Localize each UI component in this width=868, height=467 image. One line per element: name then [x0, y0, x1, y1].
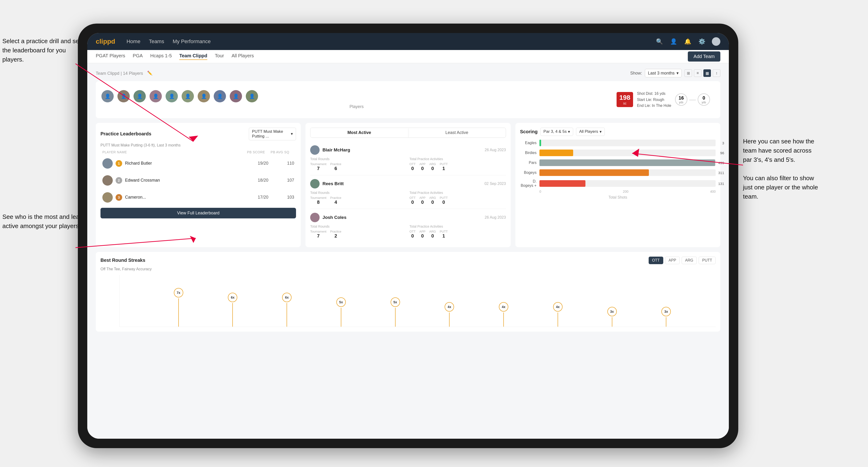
lb-avatar-2: [102, 175, 113, 186]
tablet-screen: clippd Home Teams My Performance 🔍 👤 🔔 ⚙…: [87, 33, 729, 439]
leaderboard-row[interactable]: 1 Richard Butler 19/20 110: [100, 156, 296, 171]
leaderboard-row[interactable]: 3 Cameron... 17/20 103: [100, 190, 296, 205]
streak-point: 4x: [499, 302, 508, 326]
player-card-date-3: 26 Aug 2023: [485, 215, 506, 220]
player-card-1: Blair McHarg 26 Aug 2023 Total Rounds To…: [310, 142, 506, 175]
shot-info: Shot Dist: 16 yds Start Lie: Rough End L…: [637, 91, 671, 109]
tab-pgat[interactable]: PGAT Players: [96, 53, 125, 60]
player-card-avatar-1: [310, 145, 319, 155]
chevron-down-icon: ▾: [599, 129, 602, 134]
chevron-down-icon: ▾: [568, 129, 570, 134]
annotation-top-right: Here you can see how the team have score…: [743, 137, 818, 201]
total-practice-section: Total Practice Activities OTT 0 APP 0: [409, 157, 506, 171]
annotation-top-left: Select a practice drill and see the lead…: [2, 36, 87, 64]
lb-avatar-1: [102, 158, 113, 168]
avatar-5[interactable]: 👤: [165, 90, 178, 102]
player-stats-grid-3: Total Rounds Tournament 7 Practice 2: [310, 224, 506, 239]
top-nav: clippd Home Teams My Performance 🔍 👤 🔔 ⚙…: [87, 33, 729, 50]
lb-rank-3: 3: [116, 194, 122, 201]
lb-score-1: 19/20: [253, 161, 272, 166]
avatar-9[interactable]: 👤: [230, 90, 242, 102]
show-dropdown[interactable]: Last 3 months ▾: [645, 69, 682, 77]
lb-avg-1: 110: [275, 161, 294, 166]
nav-icons: 🔍 👤 🔔 ⚙️: [655, 37, 720, 46]
shot-score-box: 198 sc: [617, 92, 633, 107]
avatar-2[interactable]: 👤: [118, 90, 130, 102]
person-icon[interactable]: 👤: [670, 37, 678, 46]
avatar-icon[interactable]: [712, 37, 720, 46]
card-view-icon[interactable]: ▦: [703, 69, 711, 77]
nav-items: Home Teams My Performance: [126, 38, 655, 44]
annotation-bottom-left: See who is the most and least active amo…: [2, 212, 84, 231]
shot-divider: —: [689, 96, 696, 103]
team-title: Team Clippd | 14 Players: [96, 70, 143, 76]
app-button[interactable]: APP: [665, 257, 680, 264]
nav-my-performance[interactable]: My Performance: [173, 38, 211, 44]
player-card-avatar-3: [310, 213, 319, 222]
team-header: Team Clippd | 14 Players ✏️ Show: Last 3…: [96, 69, 720, 77]
avatar-6[interactable]: 👤: [182, 90, 194, 102]
leaderboard-row[interactable]: 2 Edward Crossman 18/20 107: [100, 173, 296, 188]
nav-home[interactable]: Home: [126, 38, 140, 44]
scoring-panel: Scoring Par 3, 4 & 5s ▾ All Players ▾ Ea…: [516, 123, 720, 247]
streaks-buttons: OTT APP ARG PUTT: [649, 257, 716, 264]
least-active-tab[interactable]: Least Active: [408, 128, 506, 137]
scoring-title: Scoring: [520, 129, 537, 134]
main-grid: Practice Leaderboards PUTT Must Make Put…: [96, 123, 720, 247]
putt-button[interactable]: PUTT: [699, 257, 716, 264]
avatar-4[interactable]: 👤: [150, 90, 162, 102]
drill-dropdown[interactable]: PUTT Must Make Putting ... ▾: [249, 128, 296, 140]
tab-all-players[interactable]: All Players: [231, 53, 254, 60]
tab-team-clippd[interactable]: Team Clippd: [179, 53, 207, 60]
leaderboard-title: Practice Leaderboards: [100, 131, 151, 136]
arg-button[interactable]: ARG: [682, 257, 697, 264]
edit-icon[interactable]: ✏️: [147, 70, 152, 76]
lb-avg-3: 103: [275, 195, 294, 200]
tab-tour[interactable]: Tour: [215, 53, 224, 60]
avatar-1[interactable]: 👤: [101, 90, 114, 102]
player-card-avatar-2: [310, 179, 319, 188]
lb-name-2: Edward Crossman: [125, 178, 251, 183]
lb-avg-2: 107: [275, 178, 294, 183]
tab-pga[interactable]: PGA: [133, 53, 143, 60]
streak-point: 4x: [445, 302, 454, 326]
shot-circles: 16 yds — 0 yds: [675, 93, 710, 106]
streaks-subtitle: Off The Tee, Fairway Accuracy: [100, 267, 716, 271]
content-area: Team Clippd | 14 Players ✏️ Show: Last 3…: [87, 63, 729, 439]
most-active-tab[interactable]: Most Active: [310, 128, 408, 137]
par-filter-dropdown[interactable]: Par 3, 4 & 5s ▾: [540, 128, 573, 136]
chart-x-axis: 0 200 400: [520, 190, 716, 193]
sort-icon[interactable]: ↕: [713, 69, 720, 77]
nav-teams[interactable]: Teams: [149, 38, 164, 44]
player-stats-grid-1: Total Rounds Tournament 7 Practice 6: [310, 157, 506, 171]
players-label: Players: [101, 104, 612, 109]
nav-logo: clippd: [96, 38, 115, 45]
player-filter-dropdown[interactable]: All Players ▾: [576, 128, 604, 136]
shot-circle-1: 16 yds: [675, 93, 687, 106]
lb-name-1: Richard Butler: [125, 161, 251, 166]
tournament-stat: Tournament 7: [310, 162, 327, 171]
avatar-10[interactable]: 👤: [246, 90, 258, 102]
view-full-leaderboard-button[interactable]: View Full Leaderboard: [100, 208, 296, 218]
show-control: Show: Last 3 months ▾ ⊞ ≡ ▦ ↕: [630, 69, 720, 77]
player-card-name-1: Blair McHarg: [322, 148, 482, 153]
avatar-8[interactable]: 👤: [214, 90, 226, 102]
list-view-icon[interactable]: ≡: [694, 69, 702, 77]
search-icon[interactable]: 🔍: [655, 37, 664, 46]
bell-icon[interactable]: 🔔: [684, 37, 692, 46]
avatar-7[interactable]: 👤: [198, 90, 210, 102]
players-row: 👤 👤 👤 👤 👤 👤 👤 👤 👤 👤 Players: [96, 81, 720, 118]
settings-icon[interactable]: ⚙️: [698, 37, 706, 46]
lb-name-3: Cameron...: [125, 195, 251, 200]
view-icons: ⊞ ≡ ▦ ↕: [684, 69, 720, 77]
avatar-3[interactable]: 👤: [133, 90, 146, 102]
player-card-name-2: Rees Britt: [322, 181, 482, 186]
grid-view-icon[interactable]: ⊞: [684, 69, 692, 77]
tab-hcaps[interactable]: Hcaps 1-5: [150, 53, 172, 60]
streak-point: 6x: [228, 293, 237, 326]
ott-button[interactable]: OTT: [649, 257, 663, 264]
add-team-button[interactable]: Add Team: [688, 52, 720, 62]
player-avatars: 👤 👤 👤 👤 👤 👤 👤 👤 👤 👤: [101, 90, 612, 102]
chevron-down-icon: ▾: [291, 131, 293, 136]
player-card-3: Josh Coles 26 Aug 2023 Total Rounds Tour…: [310, 209, 506, 243]
